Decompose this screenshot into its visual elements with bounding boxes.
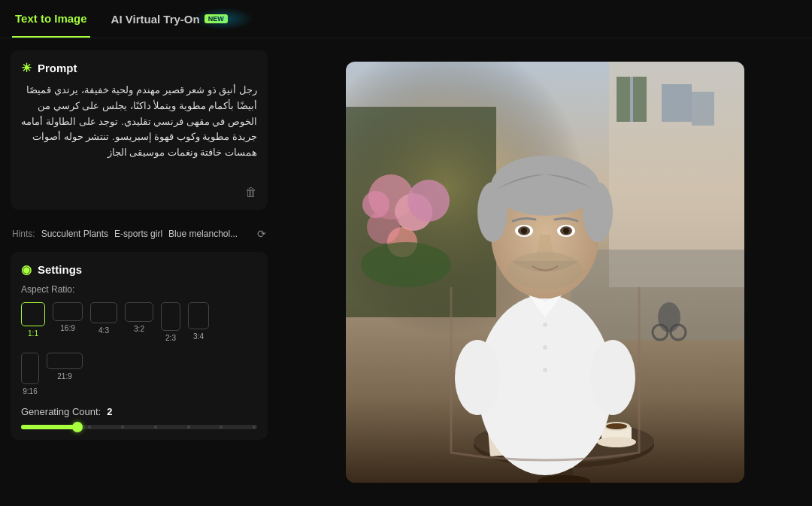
- svg-point-50: [563, 228, 569, 234]
- aspect-ratio-label: Aspect Ratio:: [21, 284, 257, 295]
- top-navigation: Text to Image AI Virtual Try-On NEW: [0, 0, 812, 38]
- svg-rect-4: [662, 84, 692, 122]
- generating-count-label: Generating Count:: [21, 406, 101, 417]
- generated-image-container: [346, 62, 744, 483]
- ratio-label-3-4: 3:4: [193, 332, 204, 341]
- ratio-box-2-3: [161, 302, 180, 331]
- count-slider[interactable]: [21, 425, 257, 429]
- refresh-hints-button[interactable]: ⟳: [257, 228, 266, 240]
- ratio-label-16-9: 16:9: [60, 324, 74, 332]
- ratio-16-9[interactable]: 16:9: [53, 302, 83, 342]
- sun-icon: ☀: [21, 61, 32, 75]
- ratio-box-16-9: [53, 302, 83, 321]
- ratio-label-1-1: 1:1: [28, 329, 38, 338]
- ratio-box-3-2: [125, 302, 153, 322]
- ratio-3-4[interactable]: 3:4: [188, 302, 209, 342]
- svg-rect-7: [633, 77, 647, 122]
- settings-header: ◉ Settings: [21, 262, 257, 277]
- tab-ai-virtual-try-on[interactable]: AI Virtual Try-On NEW: [108, 0, 231, 38]
- prompt-title: Prompt: [38, 62, 77, 74]
- hints-row: Hints: Succulent Plants E-sports girl Bl…: [11, 228, 268, 240]
- svg-point-35: [543, 323, 547, 327]
- tab-text-to-image[interactable]: Text to Image: [12, 0, 90, 38]
- slider-thumb[interactable]: [72, 422, 83, 432]
- clear-prompt-button[interactable]: 🗑: [245, 186, 257, 199]
- ratio-box-1-1: [21, 302, 45, 326]
- hint-chip-2[interactable]: Blue melanchol...: [168, 229, 238, 239]
- svg-point-43: [477, 182, 508, 242]
- left-panel: ☀ Prompt رجل أنيق ذو شعر قصير مهندم ولحي…: [0, 38, 278, 506]
- generating-count-value: 2: [107, 406, 112, 417]
- slider-dot-7: [220, 426, 223, 429]
- new-badge: NEW: [205, 14, 228, 23]
- tab-ai-virtual-try-on-label: AI Virtual Try-On: [111, 13, 200, 26]
- ratio-21-9[interactable]: 21:9: [47, 353, 83, 395]
- settings-card: ◉ Settings Aspect Ratio: 1:1 16:9 4:3: [11, 252, 268, 440]
- prompt-input[interactable]: رجل أنيق ذو شعر قصير مهندم ولحية خفيفة، …: [21, 83, 257, 177]
- ratio-label-3-2: 3:2: [134, 325, 144, 333]
- svg-point-32: [606, 423, 627, 429]
- slider-dot-2: [56, 426, 59, 429]
- svg-point-47: [521, 228, 527, 234]
- generated-image: [346, 62, 744, 483]
- svg-point-37: [543, 368, 547, 372]
- svg-point-39: [590, 340, 635, 415]
- main-content: ☀ Prompt رجل أنيق ذو شعر قصير مهندم ولحي…: [0, 38, 812, 506]
- right-panel: [278, 38, 812, 506]
- slider-dot-8: [253, 426, 256, 429]
- aspect-ratio-grid: 1:1 16:9 4:3 3:2 2:3: [21, 302, 257, 342]
- slider-dot-6: [187, 426, 190, 429]
- svg-point-9: [658, 302, 680, 332]
- prompt-header: ☀ Prompt: [21, 61, 257, 75]
- hints-label: Hints:: [12, 229, 35, 239]
- svg-point-18: [362, 191, 389, 218]
- settings-icon: ◉: [21, 262, 32, 277]
- svg-point-19: [361, 242, 451, 287]
- ratio-box-21-9: [47, 353, 83, 369]
- svg-rect-5: [692, 92, 714, 126]
- slider-dot-4: [121, 426, 124, 429]
- svg-point-16: [408, 180, 450, 222]
- prompt-footer: 🗑: [21, 186, 257, 199]
- ratio-box-4-3: [90, 302, 117, 323]
- ratio-label-9-16: 9:16: [23, 387, 37, 395]
- ratio-2-3[interactable]: 2:3: [161, 302, 180, 342]
- ratio-label-4-3: 4:3: [98, 326, 109, 335]
- generating-count-row: Generating Count: 2: [21, 406, 257, 417]
- slider-dot-3: [88, 426, 91, 429]
- hint-chip-1[interactable]: E-sports girl: [114, 229, 162, 239]
- settings-title: Settings: [38, 263, 82, 276]
- slider-dots: [21, 425, 257, 429]
- aspect-ratio-grid-row2: 9:16 21:9: [21, 353, 257, 395]
- ratio-label-2-3: 2:3: [165, 334, 176, 342]
- ratio-box-9-16: [21, 353, 39, 384]
- slider-dot-1: [23, 426, 26, 429]
- ratio-4-3[interactable]: 4:3: [90, 302, 117, 342]
- svg-point-38: [455, 340, 500, 415]
- svg-point-31: [597, 437, 636, 447]
- svg-rect-6: [617, 77, 630, 122]
- ratio-3-2[interactable]: 3:2: [125, 302, 153, 342]
- slider-dot-5: [154, 426, 157, 429]
- svg-point-36: [543, 345, 547, 350]
- ratio-box-3-4: [188, 302, 209, 329]
- tab-text-to-image-label: Text to Image: [15, 12, 87, 25]
- prompt-card: ☀ Prompt رجل أنيق ذو شعر قصير مهندم ولحي…: [11, 50, 268, 210]
- svg-point-44: [583, 182, 613, 242]
- hint-chip-0[interactable]: Succulent Plants: [41, 229, 108, 239]
- ratio-label-21-9: 21:9: [57, 372, 71, 380]
- ratio-1-1[interactable]: 1:1: [21, 302, 45, 342]
- ratio-9-16[interactable]: 9:16: [21, 353, 39, 395]
